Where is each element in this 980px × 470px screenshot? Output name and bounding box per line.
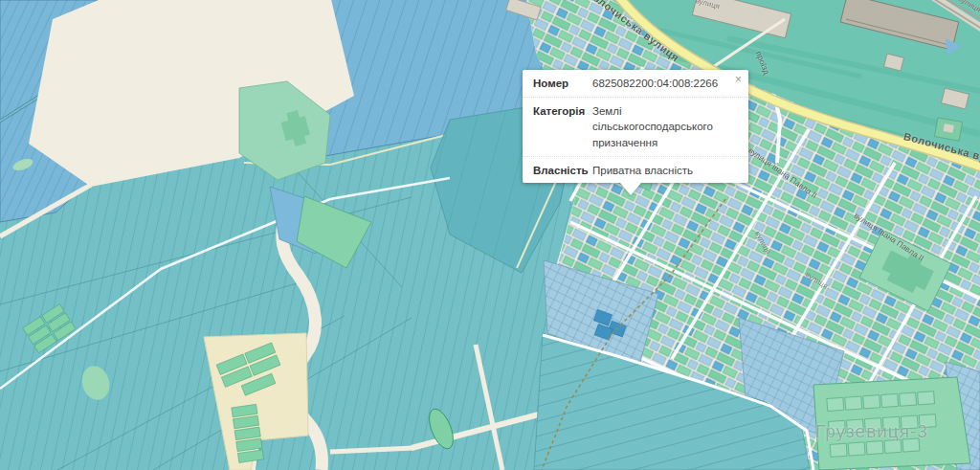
popup-row-category: Категорія Землі сільськогосподарського п… xyxy=(523,97,748,156)
popup-label-number: Номер xyxy=(533,76,587,92)
popup-row-ownership: Власність Приватна власність xyxy=(523,156,748,184)
map-svg[interactable] xyxy=(0,0,980,470)
popup-value-number: 6825082200:04:008:2266 xyxy=(592,76,738,92)
popup-value-category: Землі сільськогосподарського призначення xyxy=(592,103,738,151)
popup-label-ownership: Власність xyxy=(533,163,587,179)
farm-parcels-west[interactable] xyxy=(0,0,593,470)
popup-rows: Номер 6825082200:04:008:2266 Категорія З… xyxy=(523,70,748,183)
popup-pointer xyxy=(620,183,641,195)
cadastral-map-app: Волочиська вулиця Волочиська вулиця вули… xyxy=(0,0,980,470)
parcel-info-popup: × Номер 6825082200:04:008:2266 Категорія… xyxy=(523,70,748,183)
garage-cooperative-area[interactable] xyxy=(813,377,970,470)
popup-row-number: Номер 6825082200:04:008:2266 xyxy=(523,70,748,97)
popup-label-category: Категорія xyxy=(533,103,587,151)
popup-value-ownership: Приватна власність xyxy=(592,163,738,179)
industrial-green-patch xyxy=(934,118,962,141)
close-icon[interactable]: × xyxy=(733,72,744,87)
